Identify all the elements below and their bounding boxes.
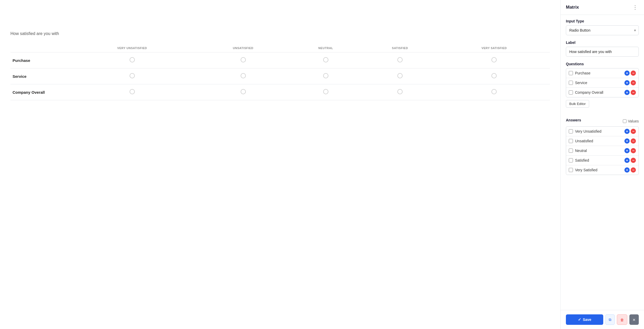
radio-input[interactable] <box>491 57 497 62</box>
answer-add-remove-buttons: + − <box>624 148 636 153</box>
answer-text-field[interactable] <box>575 158 622 162</box>
answer-checkbox[interactable] <box>569 168 573 172</box>
answer-text-field[interactable] <box>575 149 622 153</box>
radio-cell[interactable] <box>290 84 362 100</box>
question-checkbox[interactable] <box>569 81 573 85</box>
close-button[interactable] <box>629 314 639 325</box>
remove-answer-button[interactable]: − <box>631 158 636 163</box>
save-button[interactable]: Save <box>566 314 603 325</box>
add-question-button[interactable]: + <box>624 70 630 76</box>
radio-input[interactable] <box>130 89 135 94</box>
radio-cell[interactable] <box>68 52 196 68</box>
radio-cell[interactable] <box>68 84 196 100</box>
values-text: Values <box>628 119 639 123</box>
bulk-editor-button[interactable]: Bulk Editor <box>566 100 589 108</box>
remove-question-button[interactable]: − <box>631 80 636 85</box>
add-remove-buttons: + − <box>624 90 636 95</box>
panel-title: Matrix <box>566 5 579 10</box>
radio-cell[interactable] <box>362 52 438 68</box>
copy-button[interactable] <box>605 314 615 325</box>
answer-checkbox[interactable] <box>569 149 573 153</box>
values-checkbox[interactable] <box>623 119 626 123</box>
radio-cell[interactable] <box>68 68 196 84</box>
add-answer-button[interactable]: + <box>624 138 630 144</box>
radio-input[interactable] <box>323 57 328 62</box>
add-question-button[interactable]: + <box>624 90 630 95</box>
matrix-table: VERY UNSATISFIED UNSATISFIED NEUTRAL SAT… <box>10 44 550 100</box>
answer-text-field[interactable] <box>575 129 622 133</box>
question-checkbox[interactable] <box>569 71 573 75</box>
radio-cell[interactable] <box>362 68 438 84</box>
copy-icon <box>609 317 611 322</box>
radio-cell[interactable] <box>438 68 550 84</box>
row-label: Service <box>10 68 68 84</box>
answer-text-field[interactable] <box>575 168 622 172</box>
radio-cell[interactable] <box>290 52 362 68</box>
add-question-button[interactable]: + <box>624 80 630 85</box>
radio-cell[interactable] <box>290 68 362 84</box>
radio-cell[interactable] <box>196 52 290 68</box>
input-type-select[interactable]: Radio Button Checkbox Dropdown <box>566 26 639 35</box>
label-field-label: Label <box>566 40 639 45</box>
delete-button[interactable] <box>617 314 627 325</box>
answer-checkbox[interactable] <box>569 129 573 133</box>
question-text-field[interactable] <box>575 90 622 95</box>
question-text-field[interactable] <box>575 81 622 85</box>
radio-input[interactable] <box>241 89 246 94</box>
radio-input[interactable] <box>241 73 246 78</box>
remove-answer-button[interactable]: − <box>631 138 636 144</box>
radio-input[interactable] <box>323 89 328 94</box>
panel-footer: Save <box>561 310 644 329</box>
question-text-field[interactable] <box>575 71 622 75</box>
input-type-select-wrapper[interactable]: Radio Button Checkbox Dropdown ▾ <box>566 25 639 35</box>
answer-add-remove-buttons: + − <box>624 158 636 163</box>
remove-question-button[interactable]: − <box>631 90 636 95</box>
remove-answer-button[interactable]: − <box>631 167 636 173</box>
radio-cell[interactable] <box>438 84 550 100</box>
add-remove-buttons: + − <box>624 80 636 85</box>
radio-input[interactable] <box>397 89 403 94</box>
close-icon <box>633 318 636 322</box>
answer-checkbox[interactable] <box>569 158 573 162</box>
radio-input[interactable] <box>491 73 497 78</box>
add-answer-button[interactable]: + <box>624 148 630 153</box>
add-answer-button[interactable]: + <box>624 129 630 134</box>
radio-cell[interactable] <box>438 52 550 68</box>
label-text-input[interactable] <box>566 47 639 57</box>
remove-question-button[interactable]: − <box>631 70 636 76</box>
answer-item: + − <box>566 127 639 136</box>
answer-add-remove-buttons: + − <box>624 138 636 144</box>
answers-header: Answers Values <box>566 118 639 124</box>
radio-cell[interactable] <box>196 84 290 100</box>
radio-input[interactable] <box>130 57 135 62</box>
answers-list: + − + − + − + − <box>566 126 639 175</box>
questions-section-label: Questions <box>566 62 639 66</box>
radio-input[interactable] <box>397 73 403 78</box>
column-header-satisfied: SATISFIED <box>362 44 438 52</box>
question-checkbox[interactable] <box>569 90 573 95</box>
save-label: Save <box>583 318 591 322</box>
answer-checkbox[interactable] <box>569 139 573 143</box>
radio-input[interactable] <box>130 73 135 78</box>
radio-input[interactable] <box>491 89 497 94</box>
column-header-unsatisfied: UNSATISFIED <box>196 44 290 52</box>
answer-add-remove-buttons: + − <box>624 129 636 134</box>
values-label[interactable]: Values <box>623 119 639 123</box>
answer-text-field[interactable] <box>575 139 622 143</box>
radio-input[interactable] <box>323 73 328 78</box>
radio-cell[interactable] <box>362 84 438 100</box>
panel-menu-button[interactable]: ⋮ <box>631 4 639 10</box>
remove-answer-button[interactable]: − <box>631 129 636 134</box>
radio-cell[interactable] <box>196 68 290 84</box>
radio-input[interactable] <box>397 57 403 62</box>
main-content: How satisfied are you with VERY UNSATISF… <box>0 0 560 329</box>
answer-item: + − <box>566 156 639 165</box>
remove-answer-button[interactable]: − <box>631 148 636 153</box>
panel-header: Matrix ⋮ <box>561 0 644 15</box>
label-field-group: Label <box>566 40 639 57</box>
add-answer-button[interactable]: + <box>624 167 630 173</box>
radio-input[interactable] <box>241 57 246 62</box>
add-answer-button[interactable]: + <box>624 158 630 163</box>
table-row: Service <box>10 68 550 84</box>
column-header-empty <box>10 44 68 52</box>
